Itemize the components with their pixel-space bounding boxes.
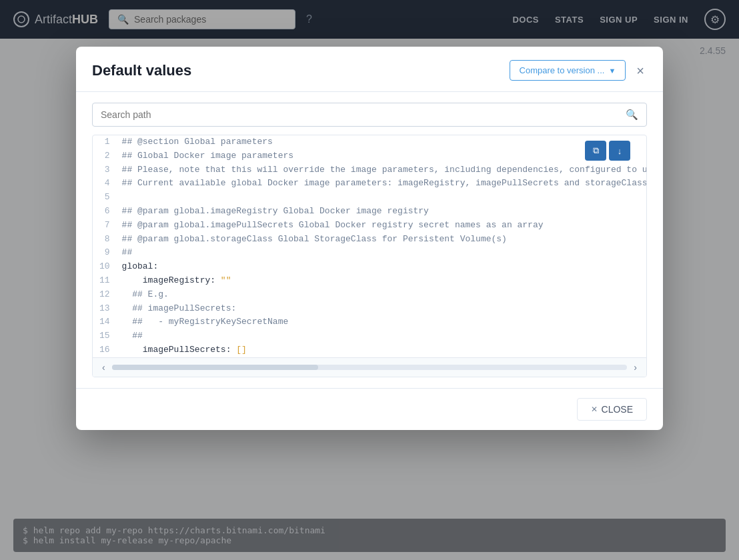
line-number: 1 [93, 135, 117, 149]
line-number: 8 [93, 233, 117, 247]
table-row: 15 ## [93, 329, 646, 343]
line-code: ## E.g. [117, 288, 646, 302]
line-number: 15 [93, 329, 117, 343]
modal-title: Default values [92, 62, 191, 79]
modal-overlay: Default values Compare to version ... ▼ … [0, 0, 739, 560]
line-code: ## @param global.storageClass Global Sto… [117, 233, 646, 247]
search-path-bar[interactable]: 🔍 [92, 103, 647, 127]
modal: Default values Compare to version ... ▼ … [76, 47, 663, 430]
line-number: 3 [93, 163, 117, 177]
line-code: ## Global Docker image parameters [117, 149, 646, 163]
scroll-right-button[interactable]: › [630, 361, 641, 374]
modal-header-actions: Compare to version ... ▼ × [510, 60, 647, 81]
line-number: 5 [93, 191, 117, 205]
table-row: 1## @section Global parameters [93, 135, 646, 149]
close-button[interactable]: ✕ CLOSE [577, 398, 647, 421]
copy-button[interactable]: ⧉ [585, 141, 606, 161]
line-number: 6 [93, 205, 117, 219]
line-code: ## [117, 329, 646, 343]
line-number: 11 [93, 274, 117, 288]
line-code: imagePullSecrets: [] [117, 343, 646, 357]
line-code: ## @param global.imageRegistry Global Do… [117, 205, 646, 219]
table-row: 12 ## E.g. [93, 288, 646, 302]
line-code: imageRegistry: "" [117, 274, 646, 288]
chevron-down-icon: ▼ [608, 67, 616, 75]
modal-body: 🔍 ⧉ ↓ 1## @section Global parameters2## … [76, 92, 663, 388]
line-code [117, 191, 646, 205]
modal-footer: ✕ CLOSE [76, 388, 663, 430]
table-row: 16 imagePullSecrets: [] [93, 343, 646, 357]
line-code: ## Please, note that this will override … [117, 163, 646, 177]
code-actions: ⧉ ↓ [585, 141, 630, 161]
scroll-track[interactable] [112, 365, 628, 370]
search-path-input[interactable] [101, 109, 620, 120]
line-code: ## - myRegistryKeySecretName [117, 315, 646, 329]
table-row: 6## @param global.imageRegistry Global D… [93, 205, 646, 219]
code-table: 1## @section Global parameters2## Global… [93, 135, 646, 357]
table-row: 4## Current available global Docker imag… [93, 177, 646, 191]
line-number: 13 [93, 302, 117, 316]
table-row: 8## @param global.storageClass Global St… [93, 233, 646, 247]
line-code: global: [117, 260, 646, 274]
table-row: 14 ## - myRegistryKeySecretName [93, 315, 646, 329]
copy-icon: ⧉ [593, 145, 599, 156]
line-code: ## @section Global parameters [117, 135, 646, 149]
line-number: 12 [93, 288, 117, 302]
code-viewer: ⧉ ↓ 1## @section Global parameters2## Gl… [92, 135, 647, 377]
search-path-icon[interactable]: 🔍 [626, 109, 638, 121]
modal-header: Default values Compare to version ... ▼ … [76, 47, 663, 92]
line-number: 16 [93, 343, 117, 357]
code-scroll-area[interactable]: 1## @section Global parameters2## Global… [93, 135, 646, 357]
line-number: 2 [93, 149, 117, 163]
line-code: ## @param global.imagePullSecrets Global… [117, 219, 646, 233]
table-row: 3## Please, note that this will override… [93, 163, 646, 177]
line-code: ## Current available global Docker image… [117, 177, 646, 191]
line-number: 4 [93, 177, 117, 191]
line-number: 7 [93, 219, 117, 233]
table-row: 13 ## imagePullSecrets: [93, 302, 646, 316]
line-code: ## [117, 246, 646, 260]
table-row: 5 [93, 191, 646, 205]
table-row: 10global: [93, 260, 646, 274]
line-code: ## imagePullSecrets: [117, 302, 646, 316]
table-row: 2## Global Docker image parameters [93, 149, 646, 163]
close-x-icon: ✕ [591, 405, 598, 414]
table-row: 11 imageRegistry: "" [93, 274, 646, 288]
close-button-label: CLOSE [602, 404, 633, 415]
table-row: 7## @param global.imagePullSecrets Globa… [93, 219, 646, 233]
modal-close-x-button[interactable]: × [634, 61, 647, 80]
horizontal-scrollbar[interactable]: ‹ › [93, 357, 646, 377]
scroll-thumb[interactable] [112, 365, 318, 370]
table-row: 9## [93, 246, 646, 260]
compare-button[interactable]: Compare to version ... ▼ [510, 60, 626, 81]
compare-button-label: Compare to version ... [520, 65, 605, 75]
line-number: 9 [93, 246, 117, 260]
download-button[interactable]: ↓ [609, 141, 630, 161]
scroll-left-button[interactable]: ‹ [98, 361, 109, 374]
download-icon: ↓ [618, 146, 622, 156]
line-number: 14 [93, 315, 117, 329]
line-number: 10 [93, 260, 117, 274]
